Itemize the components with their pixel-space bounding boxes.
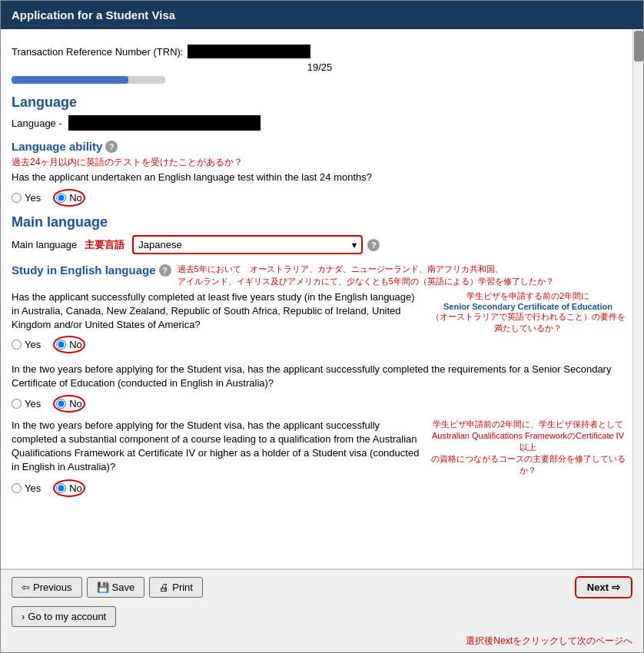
print-icon: 🖨 [159,582,169,593]
next-button-wrapper: Next ⇨ [575,576,632,598]
study-q1-yes-radio[interactable] [12,340,22,350]
study-q1-yes-label: Yes [25,339,41,350]
study-q1-yes-option[interactable]: Yes [12,339,41,350]
progress-bar-fill [12,76,128,84]
study-q3-yes-radio[interactable] [12,483,22,493]
study-english-title: Study in English language [12,264,156,277]
language-ability-help-icon[interactable]: ? [105,141,118,153]
study-q2-yes-option[interactable]: Yes [12,398,41,409]
account-label: Go to my account [28,611,106,622]
language-ability-question: Has the applicant undertaken an English … [12,171,628,184]
study-q2-no-option[interactable]: No [53,395,85,413]
right-text-line1: 学生ビザを申請する前の2年間に [428,290,628,302]
japanese-bottom1: 学生ビザ申請前の2年間に、学生ビザ保持者として [428,419,628,430]
scrollbar[interactable] [632,29,643,568]
study-q2-yes-label: Yes [25,398,41,409]
account-icon: › [22,611,25,622]
main-language-select[interactable]: Japanese English Chinese Korean Other [132,235,363,254]
language-row-label: Language - [12,118,62,129]
language-ability-title: Language ability [12,140,102,153]
study-q3-yes-label: Yes [25,482,41,494]
scrollbar-thumb[interactable] [634,31,643,61]
study-q3-no-label: No [69,482,82,494]
print-label: Print [172,582,193,593]
main-language-help-icon[interactable]: ? [367,239,380,251]
save-icon: 💾 [97,582,109,593]
japanese-bottom2: Australian Qualifications FrameworkのCert… [428,430,628,453]
language-value [68,115,261,131]
main-language-label: Main language [12,239,77,250]
language-ability-no-label: No [69,192,82,204]
study-q1-no-option[interactable]: No [53,336,85,353]
page-title: Application for a Student Visa [12,8,175,22]
next-label: Next [587,582,609,593]
main-language-title: Main language [12,214,628,230]
language-ability-yes-label: Yes [25,192,41,204]
study-q2-no-label: No [69,398,82,409]
study-q3-text: In the two years before applying for the… [12,419,420,475]
language-ability-yes-radio[interactable] [12,193,22,203]
progress-label: 19/25 [12,61,628,73]
page-header: Application for a Student Visa [1,1,643,29]
next-button[interactable]: Next ⇨ [575,576,632,598]
japanese-bottom3: の資格につながるコースの主要部分を修了しているか？ [428,453,628,476]
main-language-japanese-label: 主要言語 [85,238,124,252]
previous-button[interactable]: ⇦ Previous [12,577,82,598]
study-q3-yes-option[interactable]: Yes [12,482,41,494]
study-japanese-text1: 過去5年において オーストラリア、カナダ、ニュージーランド、南アフリカ共和国、 [178,264,554,275]
next-icon: ⇨ [612,582,620,593]
save-button[interactable]: 💾 Save [87,577,145,598]
language-section-title: Language [12,94,628,111]
previous-icon: ⇦ [22,582,30,593]
study-q2-no-radio[interactable] [56,399,66,409]
language-ability-no-option[interactable]: No [53,189,85,207]
study-japanese-text2: アイルランド、イギリス及びアメリカにて、少なくとも5年間の（英語による）学習を修… [178,276,554,287]
go-to-account-button[interactable]: › Go to my account [12,606,116,627]
progress-bar [12,76,165,84]
language-ability-yes-option[interactable]: Yes [12,192,41,204]
study-q1-no-label: No [69,339,82,350]
right-text-line2: Senior Secondary Certificate of Educatio… [428,302,628,311]
study-q1-text: Has the applicant successfully completed… [12,290,420,333]
trn-value [188,45,310,58]
save-label: Save [112,582,135,593]
footer-note: 選択後Nextをクリックして次のページへ [1,631,643,652]
study-q3-no-radio[interactable] [56,483,66,493]
language-ability-no-radio[interactable] [56,193,66,203]
previous-label: Previous [33,582,72,593]
trn-label: Transaction Reference Number (TRN): [12,46,183,58]
study-q2-text: In the two years before applying for the… [12,363,628,390]
right-text-line3: （オーストラリアで英語で行われること）の要件を満たしているか？ [428,311,628,334]
language-ability-japanese: 過去24ヶ月以内に英語のテストを受けたことがあるか？ [12,156,628,169]
study-q2-yes-radio[interactable] [12,399,22,409]
study-q3-no-option[interactable]: No [53,479,85,497]
study-english-help-icon[interactable]: ? [159,264,171,277]
print-button[interactable]: 🖨 Print [149,577,203,598]
study-q1-no-radio[interactable] [56,340,66,350]
